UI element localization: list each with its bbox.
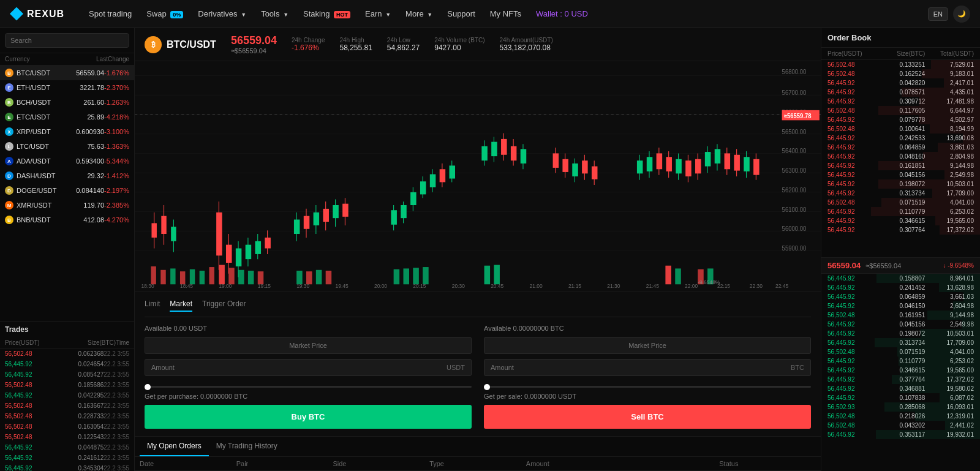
ob-ask-row[interactable]: 56,445.92 0.042820 2,417.01 — [821, 78, 980, 88]
nav-tools[interactable]: Tools ▼ — [261, 9, 288, 18]
ob-ask-size: 0.042820 — [876, 80, 925, 86]
ob-bid-row[interactable]: 56,445.92 0.377764 17,372.02 — [821, 375, 980, 384]
nav-swap[interactable]: Swap 0% — [146, 9, 183, 18]
pair-row[interactable]: M XMR/USDT 119.70 -2.385% — [0, 198, 134, 213]
pairs-header: Currency Last Change — [0, 53, 134, 66]
ob-bid-row[interactable]: 56,502.93 0.285068 16,093.01 — [821, 402, 980, 412]
pair-row[interactable]: D DASH/USDT 29.32 -1.412% — [0, 168, 134, 183]
ob-bid-row[interactable]: 56,445.92 0.110779 6,253.02 — [821, 356, 980, 366]
ob-ask-row[interactable]: 56,445.92 0.161851 9,144.98 — [821, 161, 980, 170]
ob-bid-row[interactable]: 56,502.48 0.161951 9,144.98 — [821, 311, 980, 320]
pair-row[interactable]: B BCH/USDT 261.60 -1.263% — [0, 95, 134, 110]
ob-bid-row[interactable]: 56,502.48 0.218026 12,319.01 — [821, 412, 980, 421]
pair-row[interactable]: D DOGE/USDT 0.084140 -2.197% — [0, 183, 134, 198]
svg-rect-116 — [170, 268, 175, 284]
sell-slider[interactable] — [484, 386, 811, 388]
ob-ask-row[interactable]: 56,445.92 0.078571 4,435.01 — [821, 88, 980, 97]
ob-ask-row[interactable]: 56,445.92 0.307764 17,372.02 — [821, 225, 980, 235]
ob-bid-row[interactable]: 56,445.92 0.046150 2,604.98 — [821, 301, 980, 311]
ob-bid-row[interactable]: 56,445.92 0.158807 8,964.01 — [821, 274, 980, 283]
pair-row[interactable]: E ETC/USDT 25.89 -4.218% — [0, 110, 134, 124]
pair-last: 56559.04 — [76, 69, 104, 77]
ob-ask-row[interactable]: 56,502.48 0.117605 6,644.97 — [821, 106, 980, 115]
nav-more[interactable]: More ▼ — [405, 9, 432, 18]
ob-ask-row[interactable]: 56,445.92 0.079778 4,502.97 — [821, 115, 980, 124]
ob-ask-row[interactable]: 56,445.92 0.110779 6,253.02 — [821, 207, 980, 216]
ob-bid-row[interactable]: 56,502.48 0.043202 2,441.02 — [821, 421, 980, 430]
pair-change: -1.363% — [104, 143, 129, 150]
svg-rect-105 — [715, 149, 721, 164]
ob-bid-row[interactable]: 56,445.92 0.241452 13,628.98 — [821, 283, 980, 292]
pair-change: -4.218% — [104, 113, 129, 121]
trade-time: 22.2 3:55 — [104, 423, 129, 430]
ticker-price: 56559.04 — [231, 34, 277, 47]
pair-change: -4.270% — [104, 216, 129, 224]
nav-derivatives[interactable]: Derivatives ▼ — [198, 9, 246, 18]
pair-row[interactable]: E ETH/USDT 3221.78 -2.370% — [0, 80, 134, 95]
ob-ask-row[interactable]: 56,502.48 0.133251 7,529.01 — [821, 60, 980, 69]
ob-bid-row[interactable]: 56,445.92 0.064859 3,661.03 — [821, 292, 980, 301]
nav-staking[interactable]: Staking HOT — [303, 9, 350, 18]
ob-ask-size: 0.048160 — [876, 153, 925, 160]
sell-amount-input[interactable] — [484, 360, 785, 375]
trades-col-time: Time — [116, 339, 129, 346]
theme-toggle[interactable]: 🌙 — [953, 6, 970, 23]
ob-bid-row[interactable]: 56,445.92 0.313734 17,709.00 — [821, 338, 980, 347]
trades-col-price: Price(USDT) — [5, 339, 61, 346]
buy-amount-input[interactable] — [145, 360, 440, 375]
svg-rect-51 — [333, 205, 339, 218]
svg-text:21:15: 21:15 — [568, 283, 581, 290]
ob-bid-row[interactable]: 56,445.92 0.346881 19,580.02 — [821, 384, 980, 393]
svg-rect-123 — [238, 270, 244, 285]
nav-support[interactable]: Support — [447, 9, 475, 18]
ob-bid-size: 0.064859 — [876, 293, 925, 300]
ob-bid-row[interactable]: 56,502.48 0.071519 4,041.00 — [821, 347, 980, 356]
nav-nfts[interactable]: My NFTs — [490, 9, 521, 18]
tab-trigger[interactable]: Trigger Order — [202, 300, 246, 312]
pair-change: -2.197% — [104, 187, 129, 194]
ob-ask-row[interactable]: 56,445.92 0.048160 2,804.98 — [821, 152, 980, 161]
ob-bid-row[interactable]: 56,445.92 0.353117 19,932.01 — [821, 430, 980, 439]
search-input[interactable] — [5, 33, 129, 48]
tab-market[interactable]: Market — [170, 300, 192, 312]
ob-ask-row[interactable]: 56,445.92 0.242533 13,690.08 — [821, 134, 980, 143]
pair-row[interactable]: L LTC/USDT 75.63 -1.363% — [0, 139, 134, 154]
tab-open-orders[interactable]: My Open Orders — [140, 437, 209, 456]
ob-ask-row[interactable]: 56,445.92 0.313734 17,709.00 — [821, 189, 980, 198]
pair-row[interactable]: B BNB/USDT 412.08 -4.270% — [0, 213, 134, 227]
buy-slider[interactable] — [145, 386, 472, 388]
svg-rect-87 — [592, 167, 598, 179]
language-button[interactable]: EN — [928, 7, 948, 21]
ob-ask-row[interactable]: 56,445.92 0.346615 19,565.00 — [821, 216, 980, 225]
pair-row[interactable]: B BTC/USDT 56559.04 -1.676% — [0, 66, 134, 80]
ob-ask-row[interactable]: 56,502.48 0.071519 4,041.00 — [821, 198, 980, 207]
svg-rect-114 — [151, 266, 156, 284]
ob-bid-row[interactable]: 56,445.92 0.045156 2,549.98 — [821, 320, 980, 329]
ob-bid-row[interactable]: 56,445.92 0.346615 19,565.00 — [821, 366, 980, 375]
ob-bid-row[interactable]: 56,445.92 0.107838 6,087.02 — [821, 393, 980, 402]
buy-price-input[interactable] — [145, 337, 472, 354]
logo[interactable]: REXUB — [10, 7, 64, 21]
pair-row[interactable]: A ADA/USDT 0.593400 -5.344% — [0, 154, 134, 168]
ob-bid-size: 0.046150 — [876, 303, 925, 309]
trade-size: 0.185686 — [55, 382, 104, 388]
buy-amount-unit: USDT — [440, 360, 471, 375]
ob-ask-row[interactable]: 56,445.92 0.309712 17,481.98 — [821, 97, 980, 106]
sell-button[interactable]: Sell BTC — [484, 405, 811, 429]
pair-row[interactable]: X XRP/USDT 0.600930 -3.100% — [0, 124, 134, 139]
nav-earn[interactable]: Earn ▼ — [365, 9, 391, 18]
svg-rect-57 — [401, 205, 407, 218]
sell-price-input[interactable] — [484, 337, 811, 354]
ob-ask-row[interactable]: 56,445.92 0.045156 2,549.98 — [821, 170, 980, 179]
ob-bid-row[interactable]: 56,445.92 0.198072 10,503.01 — [821, 329, 980, 338]
buy-button[interactable]: Buy BTC — [145, 405, 472, 429]
ob-ask-row[interactable]: 56,445.92 0.064859 3,861.03 — [821, 143, 980, 152]
nav-spot-trading[interactable]: Spot trading — [89, 9, 132, 18]
sell-available: Available 0.00000000 BTC — [484, 325, 811, 332]
ob-ask-row[interactable]: 56,502.48 0.162524 9,183.01 — [821, 69, 980, 78]
ob-ask-row[interactable]: 56,445.92 0.198072 10,503.01 — [821, 179, 980, 189]
tab-limit[interactable]: Limit — [145, 300, 160, 312]
tab-trading-history[interactable]: My Trading History — [209, 437, 285, 456]
ob-ask-row[interactable]: 56,502.48 0.100641 8,194.99 — [821, 124, 980, 134]
nav-wallet[interactable]: Wallet : 0 USD — [536, 9, 588, 18]
